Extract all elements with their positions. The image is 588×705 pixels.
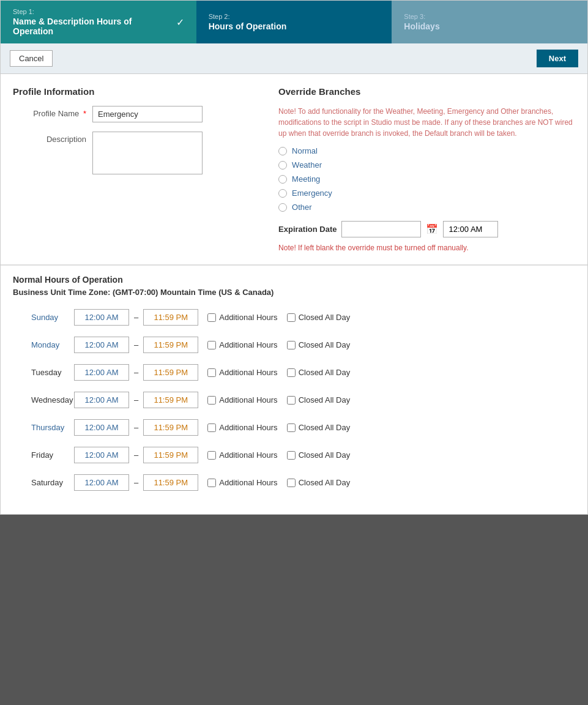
radio-normal[interactable] xyxy=(278,147,287,155)
saturday-closed-label: Closed All Day xyxy=(299,478,351,487)
sunday-start-time[interactable] xyxy=(74,309,129,326)
timezone-label: Business Unit Time Zone: (GMT-07:00) Mou… xyxy=(13,288,575,297)
dash-friday: – xyxy=(134,450,138,460)
profile-description-row: Description xyxy=(13,132,260,174)
dash-thursday: – xyxy=(134,423,138,432)
monday-additional-option[interactable]: Additional Hours xyxy=(207,340,277,349)
hours-title: Normal Hours of Operation xyxy=(13,275,575,285)
saturday-start-time[interactable] xyxy=(74,474,129,491)
profile-name-input[interactable] xyxy=(92,106,203,122)
expiration-time-input[interactable] xyxy=(443,221,498,237)
branch-other[interactable]: Other xyxy=(278,203,575,212)
step-2[interactable]: Step 2: Hours of Operation xyxy=(196,1,392,43)
tuesday-end-time[interactable] xyxy=(143,364,198,381)
tuesday-additional-label: Additional Hours xyxy=(219,368,277,377)
friday-options: Additional Hours Closed All Day xyxy=(207,450,350,460)
monday-closed-option[interactable]: Closed All Day xyxy=(287,340,351,349)
wednesday-start-time[interactable] xyxy=(74,392,129,408)
sunday-closed-label: Closed All Day xyxy=(299,313,351,322)
wednesday-closed-option[interactable]: Closed All Day xyxy=(287,395,351,405)
friday-closed-checkbox[interactable] xyxy=(287,451,296,460)
step2-label: Step 2: xyxy=(209,13,287,20)
saturday-end-time[interactable] xyxy=(143,474,198,491)
dash-monday: – xyxy=(134,340,138,349)
thursday-start-time[interactable] xyxy=(74,419,129,436)
step-header: Step 1: Name & Description Hours of Oper… xyxy=(1,1,587,43)
sunday-additional-checkbox[interactable] xyxy=(207,313,216,322)
thursday-additional-checkbox[interactable] xyxy=(207,423,216,432)
radio-meeting[interactable] xyxy=(278,175,287,184)
calendar-icon[interactable]: 📅 xyxy=(426,223,438,235)
override-note-bottom: Note! If left blank the override must be… xyxy=(278,244,575,252)
branch-normal-label: Normal xyxy=(292,146,318,155)
step-1[interactable]: Step 1: Name & Description Hours of Oper… xyxy=(1,1,196,43)
branch-weather[interactable]: Weather xyxy=(278,160,575,170)
day-label-sunday: Sunday xyxy=(13,313,74,322)
friday-end-time[interactable] xyxy=(143,447,198,463)
thursday-closed-checkbox[interactable] xyxy=(287,423,296,432)
branch-list: Normal Weather Meeting Emergency Other xyxy=(278,146,575,212)
profile-description-label: Description xyxy=(13,132,86,144)
thursday-additional-label: Additional Hours xyxy=(219,423,277,432)
friday-closed-option[interactable]: Closed All Day xyxy=(287,450,351,460)
profile-section: Profile Information Profile Name * Descr… xyxy=(13,86,260,252)
wednesday-end-time[interactable] xyxy=(143,392,198,408)
friday-start-time[interactable] xyxy=(74,447,129,463)
tuesday-start-time[interactable] xyxy=(74,364,129,381)
profile-name-row: Profile Name * xyxy=(13,106,260,122)
saturday-closed-option[interactable]: Closed All Day xyxy=(287,478,351,487)
monday-additional-checkbox[interactable] xyxy=(207,341,216,349)
override-section: Override Branches Note! To add functiona… xyxy=(278,86,575,252)
day-label-saturday: Saturday xyxy=(13,478,74,487)
radio-emergency[interactable] xyxy=(278,189,287,198)
required-asterisk: * xyxy=(81,109,86,118)
branch-weather-label: Weather xyxy=(292,160,322,170)
thursday-end-time[interactable] xyxy=(143,419,198,436)
wednesday-additional-checkbox[interactable] xyxy=(207,396,216,405)
monday-closed-checkbox[interactable] xyxy=(287,341,296,349)
tuesday-closed-checkbox[interactable] xyxy=(287,368,296,377)
friday-additional-checkbox[interactable] xyxy=(207,451,216,460)
radio-weather[interactable] xyxy=(278,161,287,170)
saturday-additional-option[interactable]: Additional Hours xyxy=(207,478,277,487)
app-container: Step 1: Name & Description Hours of Oper… xyxy=(0,0,588,515)
sunday-end-time[interactable] xyxy=(143,309,198,326)
tuesday-options: Additional Hours Closed All Day xyxy=(207,368,350,377)
branch-emergency-label: Emergency xyxy=(292,188,332,198)
profile-description-textarea[interactable] xyxy=(92,132,203,174)
step1-check-icon: ✓ xyxy=(176,17,184,28)
saturday-closed-checkbox[interactable] xyxy=(287,479,296,487)
sunday-closed-checkbox[interactable] xyxy=(287,313,296,322)
day-label-tuesday: Tuesday xyxy=(13,368,74,377)
radio-other[interactable] xyxy=(278,203,287,212)
sunday-closed-option[interactable]: Closed All Day xyxy=(287,313,351,322)
expiration-row: Expiration Date 📅 xyxy=(278,221,575,237)
thursday-closed-option[interactable]: Closed All Day xyxy=(287,423,351,432)
wednesday-additional-option[interactable]: Additional Hours xyxy=(207,395,277,405)
thursday-additional-option[interactable]: Additional Hours xyxy=(207,423,277,432)
monday-start-time[interactable] xyxy=(74,337,129,353)
day-label-monday: Monday xyxy=(13,340,74,349)
next-button[interactable]: Next xyxy=(537,50,578,67)
profile-name-label: Profile Name * xyxy=(13,106,86,118)
friday-additional-option[interactable]: Additional Hours xyxy=(207,450,277,460)
tuesday-additional-checkbox[interactable] xyxy=(207,368,216,377)
cancel-button[interactable]: Cancel xyxy=(10,50,53,67)
branch-normal[interactable]: Normal xyxy=(278,146,575,155)
step1-title: Name & Description Hours of Operation xyxy=(13,17,171,36)
tuesday-closed-option[interactable]: Closed All Day xyxy=(287,368,351,377)
saturday-additional-checkbox[interactable] xyxy=(207,479,216,487)
day-row-sunday: Sunday – Additional Hours Closed All Day xyxy=(13,309,575,326)
wednesday-closed-checkbox[interactable] xyxy=(287,396,296,405)
wednesday-closed-label: Closed All Day xyxy=(299,395,351,405)
expiration-date-input[interactable] xyxy=(341,221,421,237)
dash-tuesday: – xyxy=(134,368,138,377)
monday-end-time[interactable] xyxy=(143,337,198,353)
branch-meeting[interactable]: Meeting xyxy=(278,174,575,184)
dash-sunday: – xyxy=(134,313,138,322)
sunday-additional-option[interactable]: Additional Hours xyxy=(207,313,277,322)
day-row-friday: Friday – Additional Hours Closed All Day xyxy=(13,447,575,463)
tuesday-additional-option[interactable]: Additional Hours xyxy=(207,368,277,377)
branch-emergency[interactable]: Emergency xyxy=(278,188,575,198)
step2-title: Hours of Operation xyxy=(209,21,287,31)
